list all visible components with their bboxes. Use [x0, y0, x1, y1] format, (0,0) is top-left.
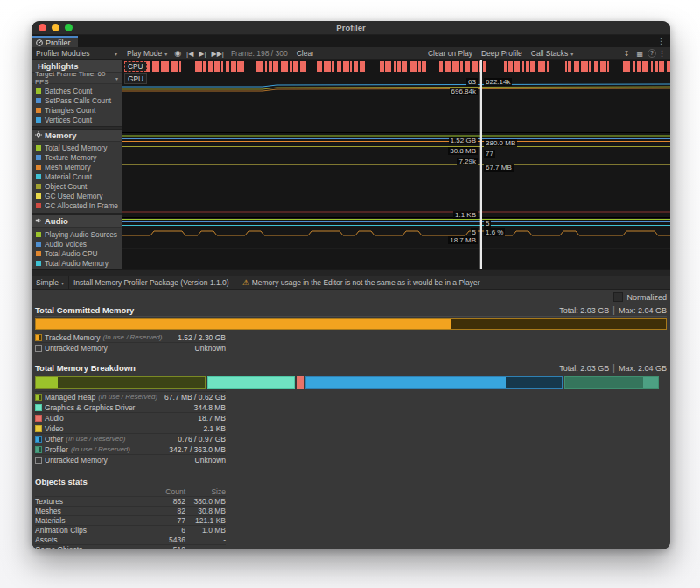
legend-color-swatch: [36, 261, 41, 266]
pane-splitter[interactable]: [32, 270, 670, 276]
toolbar-menu-icon[interactable]: ⋮: [658, 50, 666, 58]
legend-color-swatch: [35, 394, 42, 401]
save-profile-icon[interactable]: ▦: [634, 50, 646, 58]
legend-color-swatch: [35, 404, 42, 411]
legend-color-swatch: [36, 203, 41, 208]
modules-sidebar: Highlights Target Frame Time: 60 FPS ▾ B…: [32, 60, 122, 270]
chart-value-label: 380.0 MB: [484, 139, 517, 147]
legend-item-total-audio-cpu[interactable]: Total Audio CPU: [36, 248, 122, 258]
legend-item-gc-allocated-in-frame[interactable]: GC Allocated In Frame: [36, 201, 122, 211]
memory-bar-segment[interactable]: [305, 376, 564, 389]
memory-bar-segment[interactable]: [564, 376, 659, 389]
module-legend: Batches Count SetPass Calls Count Triang…: [32, 84, 122, 126]
chevron-down-icon: ▾: [164, 51, 167, 57]
normalized-label: Normalized: [626, 293, 667, 302]
memory-legend-row-profiler[interactable]: Profiler (In use / Reserved) 342.7 / 363…: [35, 444, 226, 455]
memory-legend-row-graphics-graphics-driver[interactable]: Graphics & Graphics Driver 344.8 MB: [35, 402, 226, 413]
legend-color-swatch: [35, 334, 42, 341]
install-memory-profiler-button[interactable]: Install Memory Profiler Package (Version…: [69, 276, 234, 289]
gear-icon: [35, 131, 42, 138]
objects-stats-header-row: Count Size: [35, 486, 226, 497]
help-icon[interactable]: ?: [648, 49, 656, 58]
chart-value-label: 77: [484, 150, 495, 158]
chart-value-label: 30.8 MB: [448, 147, 478, 155]
module-header[interactable]: Audio: [32, 215, 122, 228]
legend-item-material-count[interactable]: Material Count: [36, 172, 122, 182]
editor-memory-warning: Memory usage in the Editor is not the sa…: [252, 278, 480, 287]
memory-legend-row-tracked-memory[interactable]: Tracked Memory (In use / Reserved) 1.52 …: [35, 332, 226, 343]
memory-legend-row-other[interactable]: Other (In use / Reserved) 0.76 / 0.97 GB: [35, 434, 226, 444]
memory-legend-row-audio[interactable]: Audio 18.7 MB: [35, 413, 226, 424]
tab-menu-icon[interactable]: ⋮: [657, 38, 665, 46]
memory-legend-row-managed-heap[interactable]: Managed Heap (In use / Reserved) 67.7 MB…: [35, 391, 226, 402]
memory-breakdown-bar[interactable]: [35, 376, 667, 389]
memory-bar-segment[interactable]: [35, 376, 206, 389]
legend-item-object-count[interactable]: Object Count: [36, 182, 122, 192]
chart-value-label: 5: [471, 228, 478, 236]
committed-memory-header: Total Committed Memory Total: 2.03 GB|Ma…: [35, 304, 667, 317]
current-frame-icon[interactable]: ▶▶|: [209, 50, 227, 58]
memory-legend-row-untracked-memory[interactable]: Untracked Memory Unknown: [35, 343, 226, 354]
objects-stats-row-meshes: Meshes 82 30.8 MB: [35, 507, 226, 516]
module-header[interactable]: Memory: [32, 130, 122, 142]
chevron-down-icon: ▾: [115, 51, 117, 57]
cpu-track-chip[interactable]: CPU: [124, 61, 147, 72]
normalized-checkbox[interactable]: [613, 292, 623, 302]
legend-item-total-audio-memory[interactable]: Total Audio Memory: [36, 258, 122, 268]
speaker-icon: [35, 217, 42, 224]
target-frame-time-dropdown[interactable]: Target Frame Time: 60 FPS ▾: [32, 73, 122, 84]
legend-color-swatch: [35, 446, 42, 453]
legend-color-swatch: [36, 242, 41, 247]
chart-value-label: 5: [484, 220, 491, 228]
load-profile-icon[interactable]: ↧: [621, 50, 633, 58]
memory-bar-segment[interactable]: [207, 376, 295, 389]
memory-legend-row-untracked-memory[interactable]: Untracked Memory Unknown: [35, 455, 226, 466]
memory-bar-segment[interactable]: [297, 376, 303, 389]
next-frame-icon[interactable]: ▶|: [196, 50, 208, 58]
selected-frame-line[interactable]: [480, 60, 482, 270]
legend-item-triangles-count[interactable]: Triangles Count: [36, 105, 122, 115]
legend-item-gc-used-memory[interactable]: GC Used Memory: [36, 192, 122, 201]
profiler-charts-area: Highlights Target Frame Time: 60 FPS ▾ B…: [32, 60, 670, 270]
deep-profile-button[interactable]: Deep Profile: [477, 47, 527, 60]
tab-profiler[interactable]: Profiler: [32, 36, 78, 47]
legend-color-swatch: [36, 174, 41, 179]
chart-value-label: 1.6 %: [484, 228, 505, 236]
chart-value-label: 622.14k: [484, 78, 512, 86]
size-column-header: Size: [186, 487, 226, 496]
module-legend: Playing Audio Sources Audio Voices Total…: [32, 228, 122, 270]
legend-item-playing-audio-sources[interactable]: Playing Audio Sources: [36, 229, 122, 239]
objects-stats-row-game-objects: Game Objects 510 -: [35, 545, 226, 550]
play-mode-dropdown[interactable]: Play Mode ▾: [122, 47, 172, 60]
legend-color-swatch: [36, 98, 41, 103]
committed-memory-bar[interactable]: [35, 318, 667, 330]
view-mode-dropdown[interactable]: Simple ▾: [32, 276, 69, 289]
chart-value-label: 1.52 GB: [449, 136, 478, 144]
frame-chart[interactable]: CPU GPU 63622.14k696.84k1.52 GB380.0 MB3…: [122, 60, 670, 270]
legend-color-swatch: [36, 232, 41, 237]
tab-bar: Profiler ⋮: [32, 35, 670, 47]
profiler-modules-dropdown[interactable]: Profiler Modules ▾: [32, 47, 122, 60]
chart-value-label: 18.7 MB: [448, 236, 478, 244]
memory-legend-row-video[interactable]: Video 2.1 KB: [35, 424, 226, 434]
legend-item-total-used-memory[interactable]: Total Used Memory: [36, 144, 122, 153]
memory-breakdown-legend: Managed Heap (In use / Reserved) 67.7 MB…: [35, 391, 226, 466]
legend-item-audio-voices[interactable]: Audio Voices: [36, 239, 122, 248]
gpu-track-chip[interactable]: GPU: [124, 74, 147, 84]
chart-value-label: 63: [466, 78, 478, 86]
prev-frame-icon[interactable]: |◀: [184, 50, 196, 58]
call-stacks-dropdown[interactable]: Call Stacks ▾: [527, 47, 578, 60]
clear-button[interactable]: Clear: [292, 47, 318, 60]
profiler-toolbar: Profiler Modules ▾ Play Mode ▾ ◉ |◀ ▶| ▶…: [32, 47, 670, 60]
legend-item-texture-memory[interactable]: Texture Memory: [36, 153, 122, 163]
breakdown-total: Total: 2.03 GB: [559, 364, 609, 373]
legend-item-batches-count[interactable]: Batches Count: [36, 86, 122, 95]
legend-item-setpass-calls-count[interactable]: SetPass Calls Count: [36, 95, 122, 105]
clear-on-play-button[interactable]: Clear on Play: [424, 47, 477, 60]
record-icon[interactable]: ◉: [172, 49, 184, 58]
legend-item-mesh-memory[interactable]: Mesh Memory: [36, 163, 122, 172]
committed-max: Max: 2.04 GB: [619, 306, 667, 315]
memory-bar-segment[interactable]: [35, 318, 667, 330]
chart-value-label: 696.84k: [450, 88, 478, 95]
legend-item-vertices-count[interactable]: Vertices Count: [36, 115, 122, 124]
